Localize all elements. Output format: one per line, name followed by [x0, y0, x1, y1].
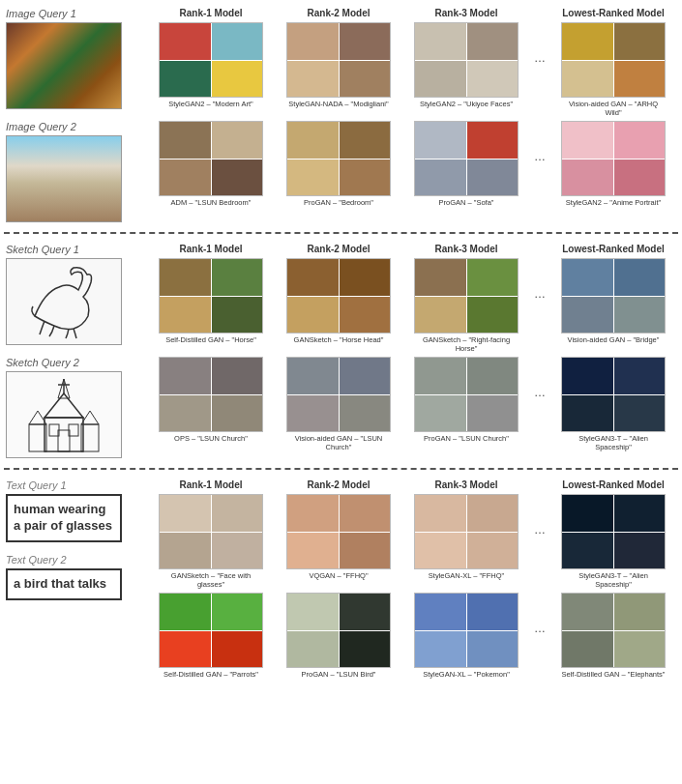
thumb-cell [340, 395, 391, 432]
thumb-cell [160, 259, 211, 296]
sketch-row-2: OPS – "LSUN Church" Vision-aided GAN – "… [148, 357, 676, 451]
thumb-cell [287, 160, 339, 196]
thumb-cell [467, 61, 519, 98]
sq2-rank2: Vision-aided GAN – "LSUN Church" [276, 357, 401, 451]
image-query-column: Image Query 1 Image Query 2 [6, 8, 146, 222]
tq1-lowest-caption: StyleGAN3-T – "Alien Spaceship" [560, 571, 667, 589]
tq2-lowest-grid [561, 593, 666, 668]
thumb-cell [415, 631, 466, 668]
text-lowest-header: Lowest-Ranked Model [550, 479, 676, 490]
sketch-query-2-block: Sketch Query 2 [6, 357, 146, 458]
image-query-1-image [6, 22, 122, 109]
dots-4: … [531, 357, 549, 399]
thumb-cell [614, 631, 666, 668]
image-query-1-label: Image Query 1 [6, 8, 146, 19]
sq2-lowest: StyleGAN3-T – "Alien Spaceship" [550, 357, 676, 451]
image-query-2-label: Image Query 2 [6, 121, 146, 132]
dots-3: … [531, 258, 549, 301]
text-section-row: Text Query 1 human wearing a pair of gla… [6, 479, 676, 679]
dots-1: … [531, 22, 549, 65]
tq2-rank2-caption: ProGAN – "LSUN Bird" [301, 670, 375, 679]
sq2-lowest-grid [561, 357, 666, 432]
tq1-rank2-caption: VQGAN – "FFHQ" [309, 571, 368, 580]
text-queries-section: Text Query 1 human wearing a pair of gla… [4, 476, 678, 682]
sq1-rank3-grid [414, 258, 519, 334]
thumb-cell [340, 594, 391, 630]
thumb-cell [562, 160, 613, 196]
sq1-lowest: Vision-aided GAN – "Bridge" [550, 258, 676, 344]
thumb-cell [212, 594, 263, 630]
tq1-lowest: StyleGAN3-T – "Alien Spaceship" [550, 494, 676, 589]
thumb-cell [212, 259, 263, 296]
thumb-cell [467, 495, 519, 532]
sq1-rank1: Self-Distilled GAN – "Horse" [148, 258, 274, 344]
iq2-rank1-grid [159, 121, 263, 196]
tq1-rank1: GANSketch – "Face with glasses" [148, 494, 274, 589]
thumb-cell [415, 160, 466, 196]
iq2-rank3: ProGAN – "Sofa" [403, 121, 529, 207]
iq1-rank3-grid [414, 22, 519, 98]
thumb-cell [562, 122, 613, 159]
rank3-header: Rank-3 Model [403, 8, 529, 18]
thumb-cell [212, 395, 263, 432]
thumb-cell [160, 533, 211, 569]
text-model-headers: Rank-1 Model Rank-2 Model Rank-3 Model L… [148, 479, 676, 490]
sketch-rank2-header: Rank-2 Model [276, 244, 401, 254]
thumb-cell [467, 631, 519, 668]
thumb-cell [562, 297, 613, 334]
text-query-1-label: Text Query 1 [6, 479, 146, 491]
sq2-rank3-grid [414, 357, 519, 432]
text-rank1-header: Rank-1 Model [148, 479, 274, 490]
iq1-rank2-grid [286, 22, 391, 98]
thumb-cell [160, 61, 211, 98]
thumb-cell [340, 259, 391, 296]
lowest-header: Lowest-Ranked Model [550, 8, 676, 18]
thumb-cell [415, 23, 466, 60]
iq2-rank1-caption: ADM – "LSUN Bedroom" [171, 198, 252, 207]
thumb-cell [467, 358, 519, 394]
text-query-1-box: human wearing a pair of glasses [6, 494, 122, 542]
thumb-cell [467, 122, 519, 159]
sketch-row-1: Self-Distilled GAN – "Horse" GANSketch –… [148, 258, 676, 353]
sq2-rank3: ProGAN – "LSUN Church" [403, 357, 529, 443]
image-data-rows: StyleGAN2 – "Modern Art" StyleGAN-NADA –… [148, 22, 676, 207]
thumb-cell [562, 358, 613, 394]
thumb-cell [212, 122, 263, 159]
dots-6: … [531, 593, 549, 635]
tq1-rank3: StyleGAN-XL – "FFHQ" [403, 494, 529, 580]
text-rank3-header: Rank-3 Model [403, 479, 529, 490]
sketch-lowest-header: Lowest-Ranked Model [550, 244, 676, 254]
thumb-cell [287, 533, 339, 569]
thumb-cell [415, 594, 466, 630]
iq1-lowest: Vision-aided GAN – "ARHQ Wild" [550, 22, 676, 117]
thumb-cell [160, 23, 211, 60]
image-query-1-block: Image Query 1 [6, 8, 146, 109]
sketch-query-1-label: Sketch Query 1 [6, 244, 146, 255]
thumb-cell [340, 533, 391, 569]
thumb-cell [614, 533, 666, 569]
thumb-cell [160, 297, 211, 334]
iq1-lowest-grid [561, 22, 666, 98]
thumb-cell [287, 23, 339, 60]
sketch-rank1-header: Rank-1 Model [148, 244, 274, 254]
thumb-cell [562, 631, 613, 668]
church-sketch-svg [15, 374, 112, 456]
tq2-rank1-grid [159, 593, 263, 668]
iq2-lowest-grid [561, 121, 666, 196]
thumb-cell [287, 594, 339, 630]
thumb-cell [467, 395, 519, 432]
iq1-rank1-caption: StyleGAN2 – "Modern Art" [168, 100, 252, 108]
iq1-rank1: StyleGAN2 – "Modern Art" [148, 22, 274, 108]
dots-spacer [531, 8, 549, 18]
sq1-rank2-caption: GANSketch – "Horse Head" [294, 335, 384, 344]
tq2-rank2-grid [286, 593, 391, 668]
tq1-lowest-grid [561, 494, 666, 569]
rank2-header: Rank-2 Model [276, 8, 401, 18]
sq2-rank2-caption: Vision-aided GAN – "LSUN Church" [285, 434, 392, 451]
thumb-cell [160, 160, 211, 196]
thumb-cell [415, 358, 466, 394]
image-queries-section: Image Query 1 Image Query 2 Rank-1 Model [4, 4, 678, 226]
sq1-rank1-caption: Self-Distilled GAN – "Horse" [165, 335, 256, 344]
text-query-2-block: Text Query 2 a bird that talks [6, 554, 146, 600]
thumb-cell [212, 23, 263, 60]
